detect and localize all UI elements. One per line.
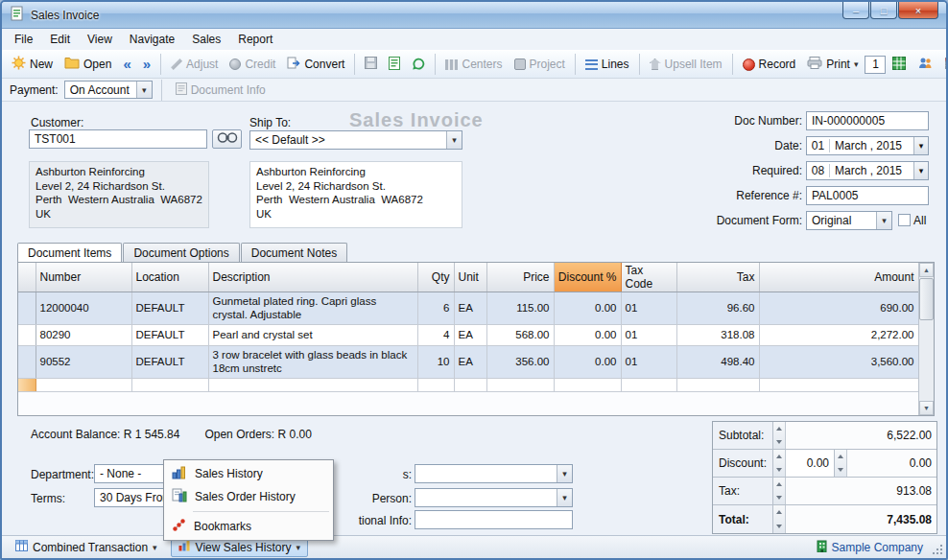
current-row-selector[interactable] bbox=[18, 379, 36, 392]
menu-file[interactable]: File bbox=[6, 30, 41, 49]
cell-qty[interactable]: 10 bbox=[417, 346, 454, 379]
sales-person-select[interactable]: ▾ bbox=[415, 488, 573, 507]
cell-number[interactable]: 12000040 bbox=[36, 292, 131, 325]
save-button[interactable] bbox=[360, 54, 382, 75]
payment-select[interactable]: On Account ▾ bbox=[64, 81, 153, 99]
ship-to-select[interactable]: << Default >> ▾ bbox=[249, 130, 462, 150]
print-copies-field[interactable]: 1 bbox=[865, 56, 886, 74]
cell-description[interactable]: Pearl and crystal set bbox=[208, 325, 417, 346]
cell-amount[interactable]: 690.00 bbox=[759, 292, 918, 325]
maximize-button[interactable]: □ bbox=[870, 2, 897, 19]
cell-location[interactable]: DEFAULT bbox=[131, 292, 208, 325]
back-button[interactable]: « bbox=[118, 56, 135, 73]
combined-transaction-button[interactable]: Combined Transaction ▾ bbox=[8, 537, 165, 557]
cell-price[interactable]: 356.00 bbox=[486, 346, 554, 379]
cell-tax[interactable]: 96.60 bbox=[676, 292, 759, 325]
menu-report[interactable]: Report bbox=[229, 30, 281, 49]
cell-discount[interactable]: 0.00 bbox=[554, 292, 621, 325]
col-description[interactable]: Description bbox=[208, 263, 417, 292]
menu-view[interactable]: View bbox=[79, 30, 121, 49]
row-selector[interactable] bbox=[18, 292, 36, 325]
customer-lookup-button[interactable] bbox=[212, 129, 242, 149]
cell-unit[interactable]: EA bbox=[454, 292, 486, 325]
row-selector[interactable] bbox=[18, 325, 36, 346]
cell-discount[interactable] bbox=[554, 379, 621, 392]
upsell-item-button[interactable]: Upsell Item bbox=[645, 55, 727, 74]
all-checkbox[interactable] bbox=[898, 214, 911, 226]
record-button[interactable]: Record bbox=[738, 55, 801, 74]
required-date-picker[interactable]: 08 March , 2015 ▾ bbox=[806, 161, 929, 180]
cell-price[interactable]: 115.00 bbox=[486, 292, 554, 325]
menu-sales[interactable]: Sales bbox=[183, 30, 229, 49]
menu-navigate[interactable]: Navigate bbox=[121, 30, 183, 49]
convert-button[interactable]: Convert bbox=[282, 54, 349, 76]
menu-item-sales-history[interactable]: Sales History bbox=[164, 462, 333, 485]
col-qty[interactable]: Qty bbox=[417, 263, 454, 292]
cell-price[interactable]: 568.00 bbox=[486, 325, 554, 346]
spinner-icon[interactable] bbox=[773, 505, 786, 533]
print-button[interactable]: Print ▾ bbox=[802, 54, 863, 75]
cell-tax-code[interactable]: 01 bbox=[621, 346, 676, 379]
spinner-icon[interactable] bbox=[773, 450, 786, 477]
cell-tax-code[interactable] bbox=[621, 379, 676, 392]
document-info-button[interactable]: Document Info bbox=[171, 80, 271, 101]
col-price[interactable]: Price bbox=[486, 263, 554, 292]
project-button[interactable]: Project bbox=[510, 55, 570, 74]
tab-document-notes[interactable]: Document Notes bbox=[241, 243, 347, 263]
spinner-icon[interactable] bbox=[773, 478, 786, 504]
col-tax[interactable]: Tax bbox=[676, 263, 759, 292]
cell-amount[interactable] bbox=[759, 379, 918, 392]
col-number[interactable]: Number bbox=[36, 263, 131, 292]
open-button[interactable]: Open bbox=[59, 54, 116, 75]
cell-description[interactable]: 3 row bracelet with glass beads in black… bbox=[208, 346, 417, 379]
document-form-select[interactable]: Original ▾ bbox=[806, 211, 892, 230]
document-button[interactable] bbox=[384, 54, 405, 76]
resize-grip[interactable] bbox=[931, 543, 943, 555]
scroll-down-button[interactable]: ▼ bbox=[919, 401, 934, 415]
customer-code-field[interactable]: TST001 bbox=[29, 129, 207, 149]
cell-amount[interactable]: 2,272.00 bbox=[759, 325, 918, 346]
cell-location[interactable]: DEFAULT bbox=[131, 346, 208, 379]
lines-button[interactable]: Lines bbox=[581, 55, 634, 74]
title-bar[interactable]: Sales Invoice – □ × bbox=[2, 2, 946, 29]
col-amount[interactable]: Amount bbox=[759, 263, 918, 292]
shipping-address-box[interactable]: Ashburton Reinforcing Level 2, 24 Richar… bbox=[249, 161, 462, 228]
refresh-button[interactable] bbox=[407, 54, 430, 76]
cell-qty[interactable]: 4 bbox=[417, 325, 454, 346]
cell-location[interactable]: DEFAULT bbox=[131, 325, 208, 346]
spinner-icon[interactable] bbox=[773, 422, 786, 449]
discount-percent-field[interactable]: 0.00 bbox=[772, 450, 834, 477]
contacts-button[interactable] bbox=[913, 54, 937, 75]
cell-qty[interactable]: 6 bbox=[417, 292, 454, 325]
cell-tax[interactable] bbox=[676, 379, 759, 392]
spinner-icon[interactable] bbox=[835, 450, 847, 477]
date-picker[interactable]: 01 March , 2015 ▾ bbox=[806, 136, 929, 155]
billing-address-box[interactable]: Ashburton Reinforcing Level 2, 24 Richar… bbox=[29, 161, 209, 228]
menu-item-sales-order-history[interactable]: Sales Order History bbox=[164, 485, 333, 508]
menu-edit[interactable]: Edit bbox=[41, 30, 79, 49]
minimize-button[interactable]: – bbox=[842, 2, 869, 19]
scrollbar-thumb[interactable] bbox=[919, 278, 934, 320]
cell-description[interactable] bbox=[208, 379, 417, 392]
row-selector[interactable] bbox=[18, 346, 36, 379]
grid-vertical-scrollbar[interactable]: ▲ ▼ bbox=[918, 263, 934, 415]
cell-location[interactable] bbox=[131, 379, 208, 392]
cell-tax[interactable]: 498.40 bbox=[676, 346, 759, 379]
cell-number[interactable] bbox=[36, 379, 131, 392]
cell-unit[interactable] bbox=[454, 379, 486, 392]
new-button[interactable]: New bbox=[7, 53, 58, 76]
adjust-button[interactable]: Adjust bbox=[166, 55, 223, 74]
salesperson-select[interactable]: ▾ bbox=[415, 464, 573, 483]
col-unit[interactable]: Unit bbox=[454, 263, 486, 292]
cell-discount[interactable]: 0.00 bbox=[554, 346, 621, 379]
col-tax-code[interactable]: Tax Code bbox=[621, 263, 676, 292]
tab-document-items[interactable]: Document Items bbox=[17, 243, 122, 264]
tab-document-options[interactable]: Document Options bbox=[123, 243, 239, 263]
doc-number-field[interactable]: IN-000000005 bbox=[806, 111, 929, 130]
cell-number[interactable]: 90552 bbox=[36, 346, 131, 379]
forward-button[interactable]: » bbox=[138, 56, 155, 73]
centers-button[interactable]: Centers bbox=[440, 55, 507, 74]
scroll-up-button[interactable]: ▲ bbox=[919, 263, 934, 277]
row-selector-header[interactable] bbox=[18, 263, 36, 292]
cell-tax-code[interactable]: 01 bbox=[621, 292, 676, 325]
